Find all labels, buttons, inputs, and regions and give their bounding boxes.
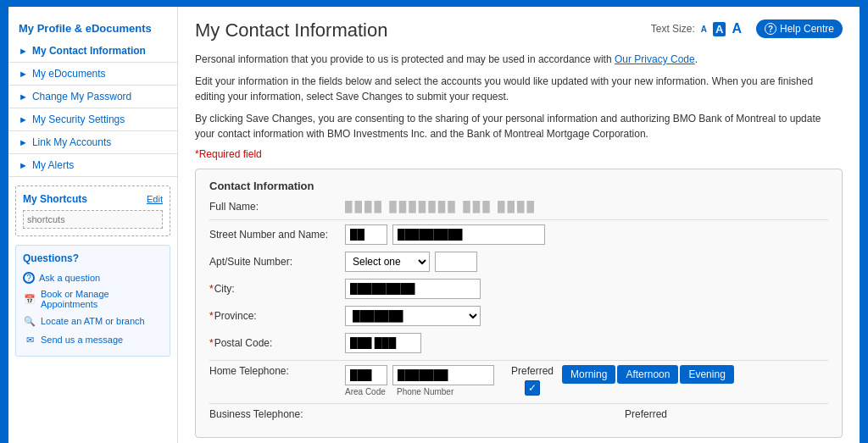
postal-input[interactable] — [345, 333, 421, 353]
preferred-label: Preferred — [511, 365, 554, 377]
time-buttons: Morning Afternoon Evening — [562, 365, 734, 384]
apt-select[interactable]: Select one — [345, 252, 430, 272]
calendar-icon: 📅 — [23, 292, 36, 306]
search-icon: 🔍 — [23, 314, 36, 328]
questions-message[interactable]: ✉ Send us a message — [23, 330, 163, 349]
questions-locate[interactable]: 🔍 Locate an ATM or branch — [23, 312, 163, 330]
province-row: Province: ███████ — [209, 306, 828, 326]
street-name-input[interactable] — [392, 224, 545, 245]
nav-arrow-icon: ► — [19, 160, 28, 170]
business-tel-label: Business Telephone: — [209, 408, 345, 420]
preferred-col: Preferred — [511, 365, 554, 396]
sidebar-item-password[interactable]: ► Change My Password — [8, 86, 177, 108]
help-centre-button[interactable]: ? Help Centre — [756, 19, 843, 38]
questions-ask[interactable]: ? Ask a question — [23, 269, 163, 286]
home-telephone-row: Home Telephone: Area Code Phone Number P… — [209, 365, 828, 396]
afternoon-button[interactable]: Afternoon — [617, 365, 678, 384]
apt-number-input[interactable] — [435, 252, 477, 272]
sidebar-item-alerts[interactable]: ► My Alerts — [8, 154, 177, 177]
full-name-row: Full Name: ████ ███████ ███ ████ — [209, 201, 828, 213]
sidebar-nav: ► My Contact Information ► My eDocuments… — [8, 40, 177, 177]
street-row: Street Number and Name: — [209, 224, 828, 245]
nav-arrow-icon: ► — [19, 69, 28, 79]
sidebar-title: My Profile & eDocuments — [8, 15, 177, 40]
business-preferred-label: Preferred — [625, 408, 667, 420]
phone-labels: Area Code Phone Number — [345, 387, 494, 396]
main-content: My Contact Information Text Size: A A A … — [178, 7, 860, 443]
area-code-label: Area Code — [345, 387, 392, 396]
envelope-icon: ✉ — [23, 333, 36, 346]
business-tel-right: Preferred — [345, 408, 667, 420]
phone-inputs — [345, 365, 494, 385]
question-circle-icon: ? — [23, 272, 35, 284]
city-input[interactable] — [345, 279, 481, 299]
sidebar-item-edocuments[interactable]: ► My eDocuments — [8, 63, 177, 86]
text-size-medium-btn[interactable]: A — [713, 22, 726, 36]
sidebar-item-security[interactable]: ► My Security Settings — [8, 108, 177, 131]
street-label: Street Number and Name: — [209, 229, 345, 241]
home-tel-label: Home Telephone: — [209, 365, 345, 377]
questions-appointments[interactable]: 📅 Book or Manage Appointments — [23, 286, 163, 312]
main-wrapper: My Profile & eDocuments ► My Contact Inf… — [8, 0, 860, 443]
shortcuts-title: My Shortcuts — [23, 193, 87, 205]
phone-number-label: Phone Number — [397, 387, 453, 396]
postal-row: Postal Code: — [209, 333, 828, 353]
home-tel-inputs: Area Code Phone Number — [345, 365, 494, 396]
text-size-label: Text Size: — [651, 23, 695, 35]
morning-button[interactable]: Morning — [562, 365, 615, 384]
privacy-info: Personal information that you provide to… — [195, 52, 843, 67]
consent-info: By clicking Save Changes, you are consen… — [195, 111, 843, 141]
city-label: City: — [209, 283, 345, 295]
business-telephone-row: Business Telephone: Preferred — [209, 408, 828, 420]
sidebar-item-contact[interactable]: ► My Contact Information — [8, 40, 177, 63]
shortcuts-edit-link[interactable]: Edit — [147, 194, 163, 204]
street-number-input[interactable] — [345, 224, 387, 245]
question-mark-icon: ? — [765, 23, 776, 35]
nav-arrow-icon: ► — [19, 137, 28, 147]
edit-info: Edit your information in the fields belo… — [195, 74, 843, 104]
apt-label: Apt/Suite Number: — [209, 256, 345, 268]
full-name-value: ████ ███████ ███ ████ — [345, 201, 537, 213]
sidebar-item-link-accounts[interactable]: ► Link My Accounts — [8, 131, 177, 154]
shortcuts-section: My Shortcuts Edit — [15, 186, 170, 236]
full-name-label: Full Name: — [209, 201, 345, 213]
text-size-small-btn[interactable]: A — [698, 24, 709, 35]
nav-arrow-icon: ► — [19, 46, 28, 56]
apt-row: Apt/Suite Number: Select one — [209, 252, 828, 272]
text-size-controls: Text Size: A A A — [651, 20, 744, 37]
content-area: My Profile & eDocuments ► My Contact Inf… — [8, 7, 860, 443]
nav-arrow-icon: ► — [19, 91, 28, 102]
sidebar: My Profile & eDocuments ► My Contact Inf… — [8, 7, 178, 443]
top-bar — [8, 0, 860, 7]
shortcuts-header: My Shortcuts Edit — [23, 193, 163, 205]
contact-card: Contact Information Full Name: ████ ████… — [195, 169, 843, 438]
text-size-large-btn[interactable]: A — [729, 20, 744, 37]
questions-section: Questions? ? Ask a question 📅 Book or Ma… — [15, 245, 170, 357]
page-title: My Contact Information — [195, 19, 387, 42]
evening-button[interactable]: Evening — [680, 365, 733, 384]
questions-title: Questions? — [23, 252, 163, 264]
required-note: *Required field — [195, 148, 843, 160]
province-select[interactable]: ███████ — [345, 306, 481, 326]
home-phone-input[interactable] — [392, 365, 494, 385]
preferred-checkbox[interactable] — [525, 380, 540, 396]
nav-arrow-icon: ► — [19, 114, 28, 125]
shortcuts-input[interactable] — [23, 210, 163, 229]
card-title: Contact Information — [209, 180, 828, 192]
city-row: City: — [209, 279, 828, 299]
postal-label: Postal Code: — [209, 337, 345, 349]
page-header: My Contact Information Text Size: A A A … — [195, 19, 843, 42]
privacy-link[interactable]: Our Privacy Code — [615, 53, 695, 65]
home-area-code-input[interactable] — [345, 365, 387, 385]
province-label: Province: — [209, 310, 345, 322]
